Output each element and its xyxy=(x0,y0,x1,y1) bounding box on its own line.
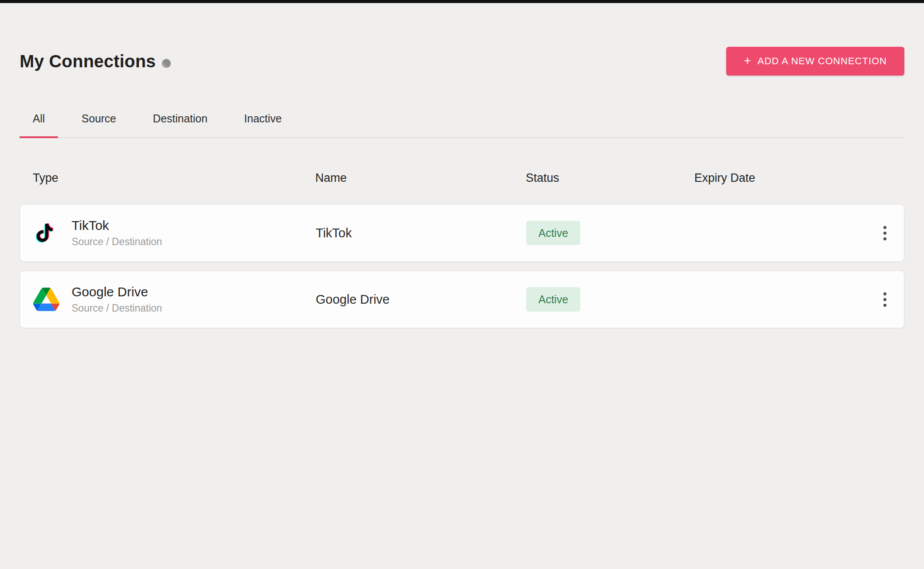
type-cell: Google Drive Source / Destination xyxy=(33,284,316,314)
tab-inactive[interactable]: Inactive xyxy=(231,112,295,138)
connection-type-title: TikTok xyxy=(72,218,162,233)
type-cell: TikTok Source / Destination xyxy=(33,218,316,248)
tab-bar: All Source Destination Inactive xyxy=(20,112,904,138)
top-window-bar xyxy=(0,0,924,3)
add-connection-button[interactable]: + ADD A NEW CONNECTION xyxy=(726,47,904,76)
status-cell: Active xyxy=(526,221,695,245)
tab-destination[interactable]: Destination xyxy=(140,112,221,138)
connection-type-subtitle: Source / Destination xyxy=(72,236,162,248)
page-header: My Connections + ADD A NEW CONNECTION xyxy=(20,47,904,76)
tiktok-icon xyxy=(33,220,59,246)
tab-source[interactable]: Source xyxy=(69,112,129,138)
row-menu-kebab-icon[interactable] xyxy=(879,222,891,245)
status-cell: Active xyxy=(526,287,695,312)
row-menu-kebab-icon[interactable] xyxy=(879,288,891,311)
column-header-status: Status xyxy=(526,171,694,185)
column-header-type: Type xyxy=(33,171,315,185)
help-icon[interactable] xyxy=(162,59,171,68)
plus-icon: + xyxy=(744,55,751,67)
table-header-row: Type Name Status Expiry Date xyxy=(20,171,904,185)
add-connection-label: ADD A NEW CONNECTION xyxy=(758,56,887,67)
type-text: TikTok Source / Destination xyxy=(72,218,162,248)
column-header-expiry: Expiry Date xyxy=(694,171,861,185)
type-text: Google Drive Source / Destination xyxy=(72,284,162,314)
status-badge: Active xyxy=(526,287,580,312)
connection-type-title: Google Drive xyxy=(72,284,162,299)
status-badge: Active xyxy=(526,221,580,245)
table-row[interactable]: Google Drive Source / Destination Google… xyxy=(20,271,904,328)
connection-type-subtitle: Source / Destination xyxy=(72,302,162,314)
page-container: My Connections + ADD A NEW CONNECTION Al… xyxy=(0,47,924,328)
tab-all[interactable]: All xyxy=(20,112,58,138)
google-drive-icon xyxy=(33,286,59,312)
connection-name: TikTok xyxy=(316,226,526,240)
table-row[interactable]: TikTok Source / Destination TikTok Activ… xyxy=(20,204,904,262)
page-title: My Connections xyxy=(20,52,156,71)
connection-name: Google Drive xyxy=(316,292,526,307)
title-wrap: My Connections xyxy=(20,52,171,71)
column-header-name: Name xyxy=(315,171,526,185)
